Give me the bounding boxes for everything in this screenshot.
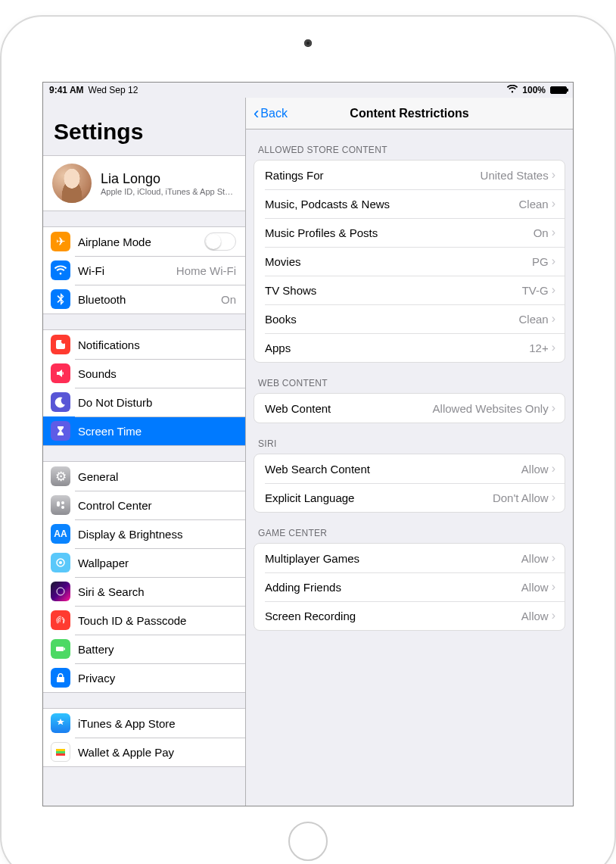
store-group: iTunes & App Store Wallet & Apple Pay	[43, 708, 245, 767]
chevron-right-icon: ›	[552, 491, 555, 504]
gear-icon: ⚙	[51, 466, 70, 486]
notifications-icon	[51, 335, 70, 354]
chevron-right-icon: ›	[552, 551, 555, 565]
sidebar-item-sounds[interactable]: Sounds	[43, 359, 245, 388]
ratings-label: Ratings For	[265, 169, 481, 182]
row-web-content[interactable]: Web Content Allowed Websites Only ›	[254, 394, 565, 423]
privacy-label: Privacy	[78, 672, 236, 685]
webcontent-value: Allowed Websites Only	[433, 402, 549, 415]
siri-group: Web Search Content Allow › Explicit Lang…	[254, 454, 565, 513]
airplane-icon: ✈	[51, 232, 70, 251]
sidebar-item-control-center[interactable]: Control Center	[43, 491, 245, 519]
sidebar-item-privacy[interactable]: Privacy	[43, 663, 245, 692]
sidebar-item-siri[interactable]: Siri & Search	[43, 577, 245, 606]
profile-name: Lia Longo	[101, 171, 233, 187]
sidebar-item-wifi[interactable]: Wi-Fi Home Wi-Fi	[43, 256, 245, 285]
row-apps[interactable]: Apps 12+ ›	[254, 333, 565, 362]
row-music-podcasts[interactable]: Music, Podcasts & News Clean ›	[254, 189, 565, 218]
sidebar-item-general[interactable]: ⚙ General	[43, 462, 245, 491]
section-gamecenter-header: Game Center	[246, 513, 573, 543]
privacy-icon	[51, 668, 70, 688]
explicit-value: Don't Allow	[493, 491, 549, 504]
dnd-label: Do Not Disturb	[78, 396, 236, 409]
sidebar-item-wallpaper[interactable]: Wallpaper	[43, 548, 245, 577]
control-center-label: Control Center	[78, 499, 236, 512]
section-allowed-header: Allowed Store Content	[246, 129, 573, 160]
apple-id-row[interactable]: Lia Longo Apple ID, iCloud, iTunes & App…	[43, 156, 245, 211]
chevron-right-icon: ›	[552, 226, 555, 239]
svg-point-3	[61, 501, 64, 504]
row-explicit-language[interactable]: Explicit Language Don't Allow ›	[254, 483, 565, 512]
recording-label: Screen Recording	[265, 610, 521, 622]
svg-point-7	[57, 588, 64, 595]
row-movies[interactable]: Movies PG ›	[254, 247, 565, 276]
row-books[interactable]: Books Clean ›	[254, 304, 565, 333]
sidebar-item-touchid[interactable]: Touch ID & Passcode	[43, 606, 245, 635]
multiplayer-label: Multiplayer Games	[265, 552, 521, 565]
search-label: Web Search Content	[265, 463, 521, 476]
row-music-profiles[interactable]: Music Profiles & Posts On ›	[254, 218, 565, 247]
chevron-left-icon: ‹	[254, 105, 259, 122]
music-value: Clean	[518, 198, 548, 211]
sidebar-item-notifications[interactable]: Notifications	[43, 330, 245, 359]
row-multiplayer[interactable]: Multiplayer Games Allow ›	[254, 544, 565, 572]
row-tv[interactable]: TV Shows TV-G ›	[254, 276, 565, 304]
screen: 9:41 AM Wed Sep 12 100% Settings	[42, 82, 574, 806]
chevron-right-icon: ›	[552, 462, 555, 476]
web-group: Web Content Allowed Websites Only ›	[254, 393, 565, 423]
home-button[interactable]	[288, 822, 328, 861]
settings-title: Settings	[43, 98, 245, 151]
row-ratings-for[interactable]: Ratings For United States ›	[254, 161, 565, 189]
row-web-search[interactable]: Web Search Content Allow ›	[254, 454, 565, 483]
row-screen-recording[interactable]: Screen Recording Allow ›	[254, 601, 565, 630]
chevron-right-icon: ›	[552, 609, 555, 622]
sidebar-item-airplane[interactable]: ✈ Airplane Mode	[43, 227, 245, 256]
ratings-value: United States	[481, 169, 549, 182]
wallpaper-icon	[51, 553, 70, 572]
back-button[interactable]: ‹ Back	[246, 105, 295, 122]
network-group: ✈ Airplane Mode Wi-Fi Home Wi-Fi	[43, 226, 245, 314]
webcontent-label: Web Content	[265, 402, 433, 415]
apps-value: 12+	[529, 342, 548, 354]
chevron-right-icon: ›	[552, 401, 555, 415]
back-label: Back	[260, 107, 288, 120]
sidebar-item-battery[interactable]: Battery	[43, 635, 245, 663]
tv-label: TV Shows	[265, 284, 522, 297]
battery-settings-icon	[51, 639, 70, 659]
svg-point-6	[59, 561, 62, 564]
sidebar-item-dnd[interactable]: Do Not Disturb	[43, 388, 245, 416]
settings-sidebar[interactable]: Settings Lia Longo Apple ID, iCloud, iTu…	[43, 98, 246, 806]
search-value: Allow	[521, 463, 549, 476]
display-icon: AA	[51, 524, 70, 544]
detail-pane: ‹ Back Content Restrictions Allowed Stor…	[246, 98, 573, 806]
sidebar-item-screentime[interactable]: Screen Time	[43, 416, 245, 445]
wifi-icon	[507, 85, 518, 95]
friends-label: Adding Friends	[265, 581, 521, 594]
profiles-value: On	[534, 226, 549, 239]
svg-rect-9	[64, 648, 66, 650]
svg-rect-2	[57, 501, 60, 507]
svg-rect-11	[56, 751, 65, 753]
sidebar-item-wallet[interactable]: Wallet & Apple Pay	[43, 738, 245, 766]
detail-body[interactable]: Allowed Store Content Ratings For United…	[246, 129, 573, 806]
row-adding-friends[interactable]: Adding Friends Allow ›	[254, 572, 565, 601]
battery-label: Battery	[78, 643, 236, 656]
airplane-toggle[interactable]	[204, 232, 236, 251]
fingerprint-icon	[51, 610, 70, 630]
ipad-device-frame: 9:41 AM Wed Sep 12 100% Settings	[0, 15, 616, 864]
gamecenter-group: Multiplayer Games Allow › Adding Friends…	[254, 543, 565, 631]
chevron-right-icon: ›	[552, 312, 555, 326]
hourglass-icon	[51, 421, 70, 441]
explicit-label: Explicit Language	[265, 491, 493, 504]
svg-rect-12	[56, 753, 65, 756]
chevron-right-icon: ›	[552, 168, 555, 182]
sidebar-item-bluetooth[interactable]: Bluetooth On	[43, 285, 245, 313]
status-right: 100%	[507, 85, 567, 95]
display-label: Display & Brightness	[78, 528, 236, 541]
sidebar-item-itunes[interactable]: iTunes & App Store	[43, 709, 245, 738]
moon-icon	[51, 392, 70, 412]
alerts-group: Notifications Sounds Do Not Disturb	[43, 329, 245, 446]
profile-sub: Apple ID, iCloud, iTunes & App St…	[101, 187, 233, 196]
chevron-right-icon: ›	[552, 341, 555, 354]
sidebar-item-display[interactable]: AA Display & Brightness	[43, 519, 245, 548]
